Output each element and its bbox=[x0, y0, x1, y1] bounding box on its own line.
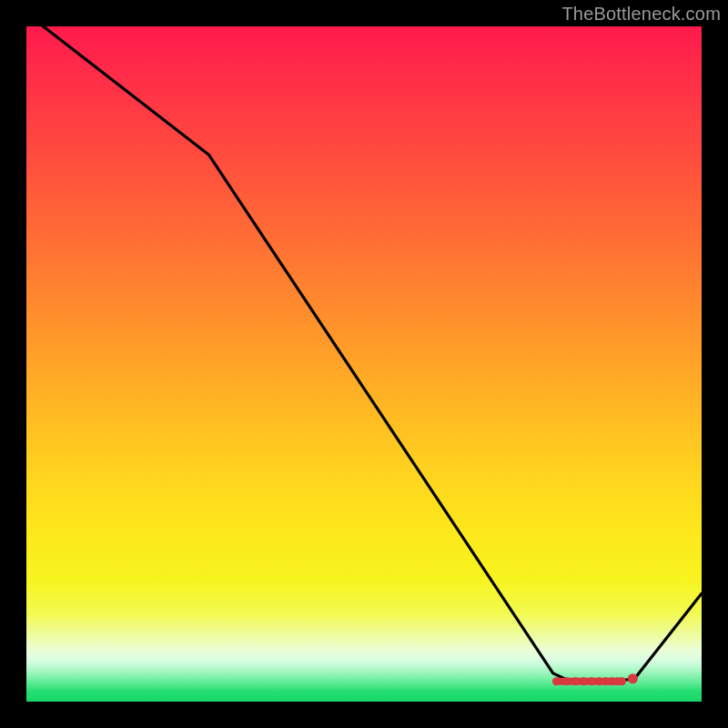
bottleneck-curve bbox=[26, 26, 702, 702]
chart-container: TheBottleneck.com bbox=[0, 0, 728, 728]
data-marker bbox=[628, 673, 638, 683]
attribution-text: TheBottleneck.com bbox=[561, 4, 721, 25]
data-marker bbox=[580, 677, 588, 685]
curve-line bbox=[26, 26, 702, 682]
data-marker bbox=[571, 677, 580, 685]
data-marker bbox=[618, 677, 626, 685]
data-marker bbox=[562, 677, 571, 685]
marker-group bbox=[552, 673, 638, 685]
plot-area bbox=[26, 26, 702, 702]
data-marker bbox=[552, 677, 561, 685]
data-marker bbox=[588, 677, 596, 685]
